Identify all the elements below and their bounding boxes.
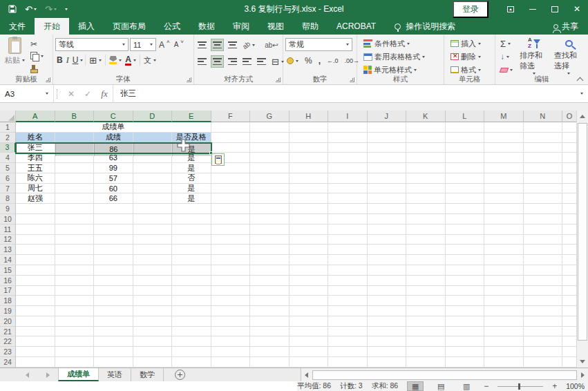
column-header-H[interactable]: H [290,111,329,122]
cell-G8[interactable] [250,193,290,204]
percent-style-button[interactable]: % [303,55,314,67]
cell-F6[interactable] [211,173,251,184]
cell-L3[interactable] [446,143,485,153]
cell-A3[interactable]: 张三 [16,143,55,153]
vertical-scrollbar[interactable] [576,111,588,368]
select-all-button[interactable] [0,111,16,122]
column-header-G[interactable]: G [250,111,290,122]
cell-H6[interactable] [290,173,329,184]
sort-filter-button[interactable]: AZ 排序和筛选 [517,37,551,75]
cell-N7[interactable] [524,184,563,194]
cell-E17[interactable] [172,286,211,296]
cell-B24[interactable] [55,357,95,368]
italic-button[interactable]: I [65,54,70,66]
column-header-B[interactable]: B [55,111,95,122]
cell-O19[interactable] [562,306,576,316]
cell-L14[interactable] [446,255,485,265]
cell-K17[interactable] [406,286,446,296]
cell-N19[interactable] [524,306,563,316]
cell-A13[interactable] [16,245,55,255]
cell-E2[interactable]: 是否及格 [172,133,211,143]
cell-E12[interactable] [172,235,211,245]
cell-N17[interactable] [524,286,563,296]
cell-I24[interactable] [328,357,368,368]
cell-M20[interactable] [484,316,524,327]
grow-font-button[interactable]: A˄ [158,39,171,51]
cell-B12[interactable] [55,235,95,245]
cell-O23[interactable] [562,347,576,357]
fill-color-button[interactable] [108,54,123,66]
cell-G4[interactable] [250,153,290,163]
cell-H23[interactable] [290,347,329,357]
cell-E14[interactable] [172,255,211,265]
cell-J3[interactable] [368,143,407,153]
cell-A12[interactable] [16,235,55,245]
borders-button[interactable]: ⊞ [88,54,103,66]
cell-I10[interactable] [328,214,368,225]
cell-F21[interactable] [211,327,251,337]
row-header-6[interactable]: 6 [0,173,16,184]
cell-L15[interactable] [446,265,485,276]
cell-G9[interactable] [250,204,290,214]
copy-button[interactable] [29,50,45,62]
cell-M6[interactable] [484,173,524,184]
cell-B4[interactable] [55,153,95,163]
zoom-slider[interactable] [497,386,543,387]
cell-F1[interactable] [211,122,251,133]
cell-K18[interactable] [406,296,446,306]
cell-A24[interactable] [16,357,55,368]
cell-C15[interactable] [94,265,133,276]
cell-E7[interactable]: 是 [172,184,211,194]
cell-B9[interactable] [55,204,95,214]
number-format-select[interactable]: 常规 [285,38,352,51]
cell-G22[interactable] [250,336,290,347]
cell-I19[interactable] [328,306,368,316]
cell-A4[interactable]: 李四 [16,153,55,163]
cell-J17[interactable] [368,286,407,296]
row-header-5[interactable]: 5 [0,163,16,173]
cell-E16[interactable] [172,276,211,286]
cell-L12[interactable] [446,235,485,245]
cell-C23[interactable] [94,347,133,357]
cell-J19[interactable] [368,306,407,316]
sheet-tab-3[interactable]: 数学 [131,368,164,381]
column-header-O[interactable]: O [562,111,576,122]
cell-F9[interactable] [211,204,251,214]
formula-input[interactable]: 张三 [113,85,576,102]
alignment-dialog-launcher[interactable] [276,77,281,82]
cell-M10[interactable] [484,214,524,225]
cell-B15[interactable] [55,265,95,276]
cell-A6[interactable]: 陈六 [16,173,55,184]
align-right-button[interactable] [227,55,238,68]
cell-K22[interactable] [406,336,446,347]
row-header-15[interactable]: 15 [0,265,16,276]
cell-G24[interactable] [250,357,290,368]
maximize-button[interactable] [544,0,566,18]
formula-bar-grip[interactable] [57,89,60,99]
cell-G15[interactable] [250,265,290,276]
cell-A1[interactable]: 成绩单 [16,122,211,133]
font-size-select[interactable]: 11 [130,38,156,51]
increase-indent-button[interactable] [256,55,267,68]
cell-N8[interactable] [524,193,563,204]
cell-K6[interactable] [406,173,446,184]
normal-view-button[interactable]: ▦ [407,381,424,391]
zoom-out-button[interactable]: − [484,382,489,390]
cell-N10[interactable] [524,214,563,225]
cell-G1[interactable] [250,122,290,133]
cell-C24[interactable] [94,357,133,368]
cell-J12[interactable] [368,235,407,245]
clear-button[interactable] [499,64,514,75]
align-left-button[interactable] [196,55,208,68]
cell-H17[interactable] [290,286,329,296]
cell-D7[interactable] [133,184,173,194]
cell-I1[interactable] [328,122,368,133]
cell-F10[interactable] [211,214,251,225]
tab-view[interactable]: 视图 [258,18,293,35]
cell-H5[interactable] [290,163,329,173]
cell-M12[interactable] [484,235,524,245]
cell-A14[interactable] [16,255,55,265]
cell-H21[interactable] [290,327,329,337]
cell-O4[interactable] [562,153,576,163]
cell-I22[interactable] [328,336,368,347]
